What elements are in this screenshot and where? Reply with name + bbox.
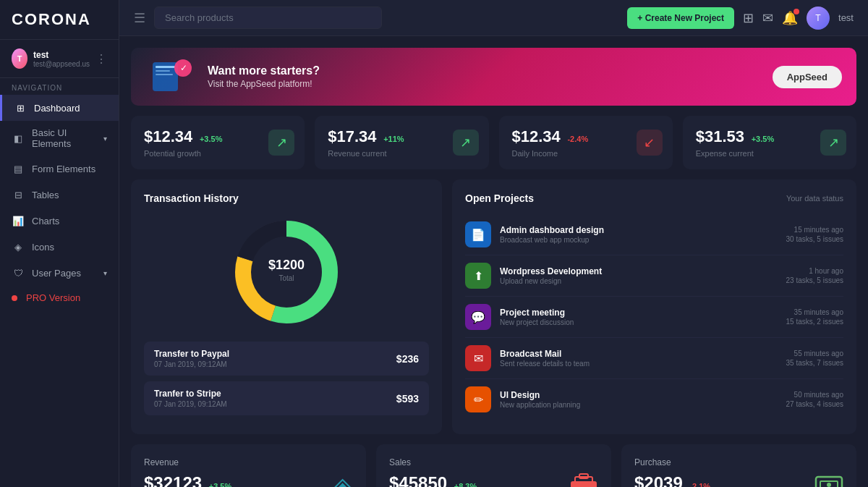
banner-illustration: ✓: [145, 55, 196, 98]
stat-amount: $12.34: [512, 127, 561, 145]
revenue-amount: $32123: [144, 473, 202, 487]
sidebar-item-charts[interactable]: 📊 Charts: [0, 208, 119, 234]
stat-change: +3.5%: [200, 135, 223, 143]
stat-card-3: $31.53 +3.5% Expense current ↗: [683, 116, 856, 169]
sales-icon: [569, 471, 598, 487]
header: ☰ + Create New Project ⊞ ✉ 🔔 T test: [119, 0, 868, 36]
user-pages-icon: 🛡: [12, 266, 25, 279]
pro-dot-icon: [12, 295, 17, 301]
app-logo: CORONA: [0, 0, 119, 40]
user-profile: T test test@appseed.us ⋮: [0, 40, 119, 78]
menu-toggle-icon[interactable]: ☰: [134, 10, 145, 26]
sales-amount: $45850: [389, 473, 447, 487]
sidebar-item-dashboard[interactable]: ⊞ Dashboard: [0, 95, 119, 121]
transaction-item: Tranfer to Stripe 07 Jan 2019, 09:12AM $…: [144, 381, 429, 415]
svg-text:✓: ✓: [180, 63, 187, 73]
project-name: UI Design: [500, 390, 778, 400]
stat-icon: ↗: [268, 130, 294, 156]
sidebar-item-tables[interactable]: ⊟ Tables: [0, 182, 119, 208]
project-desc: Upload new design: [500, 277, 778, 285]
sidebar-item-label: Icons: [32, 242, 54, 253]
nav-label: Navigation: [0, 78, 119, 95]
revenue-label: Revenue: [144, 457, 353, 467]
sales-card: Sales $45850 +8.3% 9.61% Since last mont…: [376, 444, 611, 487]
grid-icon[interactable]: ⊞: [743, 10, 754, 26]
notification-badge: [793, 9, 799, 14]
icons-icon: ◈: [12, 240, 25, 253]
project-desc: Sent release details to team: [500, 360, 778, 368]
avatar: T: [12, 48, 27, 69]
sidebar-item-label: Basic UI Elements: [32, 127, 96, 149]
stat-change: +3.5%: [752, 135, 775, 143]
project-name: Broadcast Mail: [500, 349, 778, 359]
appseed-button[interactable]: AppSeed: [773, 66, 842, 88]
revenue-card: Revenue $32123 +3.5% 11.38% Since last m…: [131, 444, 366, 487]
avatar[interactable]: T: [807, 7, 830, 30]
svg-text:$1200: $1200: [268, 258, 305, 272]
project-tasks: 35 tasks, 7 issues: [786, 359, 843, 367]
user-menu-dots[interactable]: ⋮: [95, 52, 107, 66]
sales-change: +8.3%: [454, 482, 477, 487]
open-projects-title: Open Projects: [465, 192, 534, 204]
stat-icon: ↙: [637, 130, 663, 156]
revenue-change: +3.5%: [209, 482, 232, 487]
project-icon: 💬: [465, 304, 491, 330]
mail-icon[interactable]: ✉: [762, 10, 773, 26]
header-username: test: [838, 12, 854, 23]
sidebar-item-basic-ui[interactable]: ◧ Basic UI Elements ▾: [0, 121, 119, 156]
transaction-date: 07 Jan 2019, 09:12AM: [154, 360, 229, 368]
project-desc: New project discussion: [500, 318, 778, 326]
sidebar-item-form-elements[interactable]: ▤ Form Elements: [0, 156, 119, 182]
svg-rect-1: [156, 66, 175, 68]
project-tasks: 15 tasks, 2 issues: [786, 318, 843, 326]
chevron-down-icon: ▾: [103, 269, 107, 277]
stat-card-1: $17.34 +11% Revenue current ↗: [315, 116, 488, 169]
project-time: 55 minutes ago: [786, 350, 843, 357]
purchase-label: Purchase: [634, 457, 843, 467]
project-time: 50 minutes ago: [786, 391, 843, 399]
user-name: test: [33, 50, 90, 60]
project-name: Wordpress Development: [500, 266, 778, 276]
sidebar-item-label: PRO Version: [26, 292, 80, 303]
dashboard-icon: ⊞: [14, 101, 27, 114]
promo-banner: ✓ Want more starters? Visit the AppSeed …: [131, 48, 856, 106]
project-icon: ✏: [465, 386, 491, 412]
transaction-history-card: Transaction History $1200 Total: [131, 179, 442, 434]
stat-change: +11%: [383, 135, 404, 143]
revenue-icon: ◈: [332, 471, 353, 487]
stat-icon: ↗: [453, 130, 479, 156]
sidebar-item-label: Tables: [32, 190, 59, 200]
create-project-button[interactable]: + Create New Project: [627, 7, 734, 29]
transaction-amount: $593: [396, 393, 419, 405]
transaction-item: Transfer to Paypal 07 Jan 2019, 09:12AM …: [144, 342, 429, 376]
stat-amount: $17.34: [328, 127, 376, 145]
projects-status: Your data status: [786, 194, 843, 203]
project-icon: ✉: [465, 345, 491, 371]
project-icon: ⬆: [465, 263, 491, 289]
notification-icon[interactable]: 🔔: [782, 10, 798, 26]
project-item: ✏ UI Design New application planning 50 …: [465, 379, 843, 420]
stat-card-0: $12.34 +3.5% Potential growth ↗: [131, 116, 305, 169]
sidebar-item-icons[interactable]: ◈ Icons: [0, 234, 119, 260]
transaction-history-title: Transaction History: [144, 192, 429, 204]
svg-point-17: [827, 483, 831, 487]
project-time: 35 minutes ago: [786, 308, 843, 316]
sidebar-item-label: User Pages: [32, 268, 81, 279]
search-input[interactable]: [154, 7, 382, 29]
sidebar-item-label: Dashboard: [34, 103, 80, 114]
content-area: ✓ Want more starters? Visit the AppSeed …: [119, 36, 868, 487]
svg-text:Total: Total: [278, 274, 294, 282]
svg-rect-3: [156, 74, 173, 75]
transaction-amount: $236: [396, 353, 419, 365]
sidebar-item-user-pages[interactable]: 🛡 User Pages ▾: [0, 260, 119, 286]
banner-title: Want more starters?: [208, 64, 761, 77]
stat-icon: ↗: [820, 130, 846, 156]
project-name: Admin dashboard design: [500, 225, 778, 235]
sidebar-item-pro[interactable]: PRO Version: [0, 286, 119, 310]
user-email: test@appseed.us: [33, 60, 90, 68]
table-icon: ⊟: [12, 188, 25, 201]
project-desc: Broadcast web app mockup: [500, 236, 778, 244]
project-tasks: 30 tasks, 5 issues: [786, 235, 843, 243]
main-area: ☰ + Create New Project ⊞ ✉ 🔔 T test: [119, 0, 868, 487]
project-item: 📄 Admin dashboard design Broadcast web a…: [465, 214, 843, 255]
